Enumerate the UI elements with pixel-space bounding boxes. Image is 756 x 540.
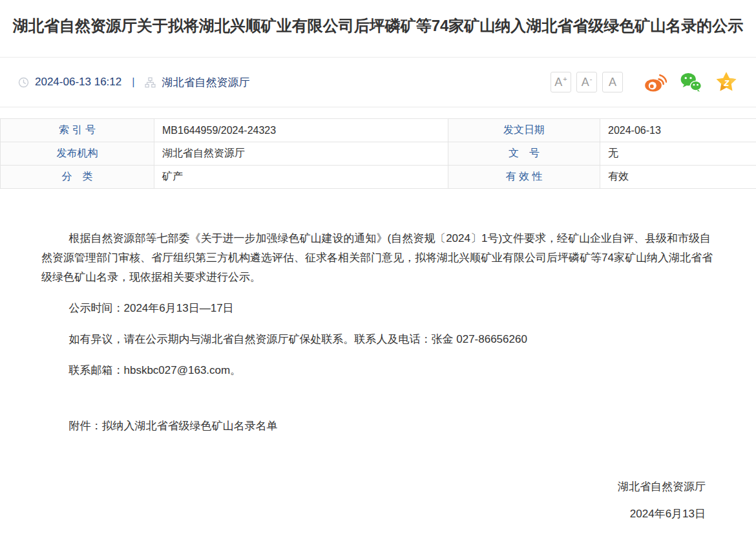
meta-separator: | [132, 76, 134, 88]
meta-left: 2024-06-13 16:12 | 湖北省自然资源厅 [18, 75, 249, 90]
title-section: 湖北省自然资源厅关于拟将湖北兴顺矿业有限公司后坪磷矿等74家矿山纳入湖北省省级绿… [0, 0, 756, 58]
meta-right: A+ A- A [551, 70, 738, 94]
index-number-label: 索 引 号 [1, 119, 154, 142]
doc-number-value: 无 [600, 142, 756, 166]
doc-number-label: 文 号 [448, 142, 600, 166]
paragraph-publicity-period: 公示时间：2024年6月13日—17日 [41, 299, 715, 318]
font-decrease-button[interactable]: A- [576, 72, 597, 92]
index-number-value: MB1644959/2024-24323 [154, 119, 448, 142]
font-reset-button[interactable]: A [602, 72, 623, 92]
category-label: 分 类 [1, 166, 154, 189]
font-size-controls: A+ A- A [551, 72, 628, 92]
weibo-share-icon[interactable] [644, 70, 667, 94]
font-increase-button[interactable]: A+ [551, 72, 571, 92]
category-value: 矿产 [154, 166, 448, 189]
publish-time: 2024-06-13 16:12 [35, 76, 121, 89]
document-info-table: 索 引 号 MB1644959/2024-24323 发文日期 2024-06-… [0, 118, 756, 189]
clock-icon [18, 77, 29, 88]
issue-date-label: 发文日期 [448, 119, 600, 142]
page-title: 湖北省自然资源厅关于拟将湖北兴顺矿业有限公司后坪磷矿等74家矿山纳入湖北省省级绿… [9, 15, 747, 37]
table-row: 分 类 矿产 有 效 性 有效 [1, 166, 756, 189]
attachment-link[interactable]: 附件：拟纳入湖北省省级绿色矿山名录名单 [41, 416, 715, 436]
paragraph-email: 联系邮箱：hbskbc027@163.com。 [41, 361, 715, 380]
source-name: 湖北省自然资源厅 [162, 75, 249, 90]
signature-date: 2024年6月13日 [41, 504, 715, 524]
wechat-share-icon[interactable] [680, 71, 702, 93]
paragraph-intro: 根据自然资源部等七部委《关于进一步加强绿色矿山建设的通知》(自然资规〔2024〕… [41, 229, 715, 287]
issuing-agency-value: 湖北省自然资源厅 [154, 142, 448, 166]
table-row: 索 引 号 MB1644959/2024-24323 发文日期 2024-06-… [1, 119, 756, 142]
paragraph-contact: 如有异议，请在公示期内与湖北省自然资源厅矿保处联系。联系人及电话：张金 027-… [41, 330, 715, 349]
organization-icon [145, 77, 156, 88]
meta-bar: 2024-06-13 16:12 | 湖北省自然资源厅 A+ A- A [0, 58, 756, 107]
svg-text:z: z [723, 76, 730, 89]
notice-page: 湖北省自然资源厅关于拟将湖北兴顺矿业有限公司后坪磷矿等74家矿山纳入湖北省省级绿… [0, 0, 756, 539]
issuing-agency-label: 发布机构 [1, 142, 154, 166]
issue-date-value: 2024-06-13 [600, 119, 756, 142]
article-body: 根据自然资源部等七部委《关于进一步加强绿色矿山建设的通知》(自然资规〔2024〕… [0, 189, 756, 539]
signature-agency: 湖北省自然资源厅 [41, 477, 715, 497]
table-row: 发布机构 湖北省自然资源厅 文 号 无 [1, 142, 756, 166]
validity-label: 有 效 性 [448, 166, 600, 189]
qzone-share-icon[interactable]: z [715, 70, 738, 94]
validity-value: 有效 [600, 166, 756, 189]
